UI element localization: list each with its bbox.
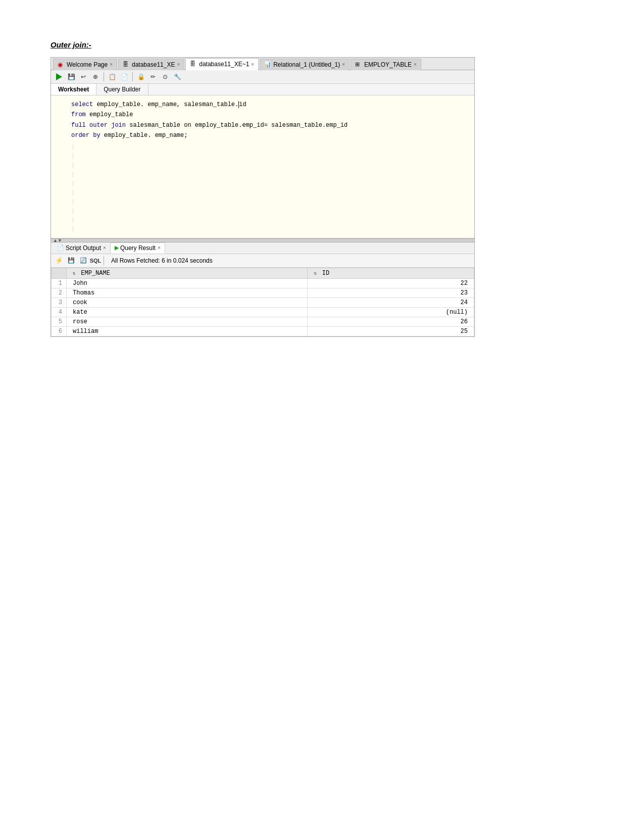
- result-run-button[interactable]: ⚡: [54, 256, 64, 266]
- query-builder-tab[interactable]: Query Builder: [96, 84, 148, 95]
- tab-bar: ◉ Welcome Page × 🗄 database11_XE × 🗄 dat…: [51, 58, 474, 70]
- ide-window: ◉ Welcome Page × 🗄 database11_XE × 🗄 dat…: [51, 57, 475, 337]
- cell-empname: rose: [67, 317, 308, 326]
- query-result-icon: ▶: [115, 244, 119, 251]
- table-row: 5rose26: [52, 317, 474, 326]
- tab-welcome-label: Welcome Page: [67, 61, 108, 68]
- welcome-icon: ◉: [58, 61, 65, 68]
- cell-empname: Thomas: [67, 288, 308, 298]
- paste-icon: 📄: [121, 73, 128, 80]
- lock-button[interactable]: 🔒: [136, 72, 146, 82]
- tab-relational-label: Relational_1 (Untitled_1): [273, 61, 340, 68]
- tab-db11xe[interactable]: 🗄 database11_XE ×: [118, 59, 184, 70]
- cell-empname: cook: [67, 298, 308, 307]
- sql-line-4: order by employ_table. emp_name;: [71, 130, 470, 140]
- result-table: ⇅ EMP_NAME ⇅ ID 1John222Thomas233cook244…: [51, 268, 474, 336]
- toolbar-sep1: [104, 72, 104, 81]
- save-button[interactable]: 💾: [66, 72, 76, 82]
- tab-relational-close[interactable]: ×: [342, 62, 345, 67]
- result-save-button[interactable]: 💾: [66, 256, 76, 266]
- cell-id: 24: [308, 298, 474, 307]
- tab-welcome-close[interactable]: ×: [110, 62, 113, 67]
- tab-employ[interactable]: ⊞ EMPLOY_TABLE ×: [351, 59, 421, 70]
- result-refresh-icon: 🔄: [80, 257, 87, 264]
- result-table-wrap: ⇅ EMP_NAME ⇅ ID 1John222Thomas233cook244…: [51, 268, 474, 336]
- tab-db11xe-close[interactable]: ×: [177, 62, 180, 67]
- tab-employ-label: EMPLOY_TABLE: [364, 61, 412, 68]
- relational-icon: 📊: [264, 61, 271, 68]
- cell-empname: william: [67, 326, 308, 336]
- run-button[interactable]: [54, 72, 64, 82]
- query-result-tab[interactable]: ▶ Query Result ×: [110, 242, 165, 254]
- page-title: Outer join:-: [51, 40, 634, 49]
- settings-button[interactable]: ⊙: [160, 72, 170, 82]
- script-output-close[interactable]: ×: [103, 245, 106, 251]
- paste-button[interactable]: 📄: [119, 72, 129, 82]
- cell-id: 22: [308, 278, 474, 288]
- undo-button[interactable]: ↩: [78, 72, 88, 82]
- cell-id: 26: [308, 317, 474, 326]
- cell-rownum: 3: [52, 298, 67, 307]
- result-refresh-button[interactable]: 🔄: [78, 256, 88, 266]
- table-row: 2Thomas23: [52, 288, 474, 298]
- lock-icon: 🔒: [137, 73, 145, 80]
- col-id-label: ID: [322, 270, 329, 277]
- edit-button[interactable]: ✏: [148, 72, 158, 82]
- script-output-tab[interactable]: 📄 Script Output ×: [53, 243, 110, 253]
- result-sql-label: SQL: [90, 258, 102, 264]
- col-header-id[interactable]: ⇅ ID: [308, 268, 474, 278]
- tab-relational[interactable]: 📊 Relational_1 (Untitled_1) ×: [260, 59, 350, 70]
- toolbar-sep2: [132, 72, 133, 81]
- result-save-icon: 💾: [68, 257, 75, 264]
- result-run-icon: ⚡: [55, 257, 63, 264]
- table-icon: ⊞: [355, 61, 362, 68]
- tools-button[interactable]: 🔧: [172, 72, 182, 82]
- tab-db11xe1-close[interactable]: ×: [251, 62, 254, 67]
- tab-employ-close[interactable]: ×: [414, 62, 417, 67]
- table-row: 6william25: [52, 326, 474, 336]
- edit-icon: ✏: [151, 73, 156, 80]
- script-output-label: Script Output: [66, 244, 101, 252]
- add-button[interactable]: ⊕: [90, 72, 101, 82]
- result-toolbar: ⚡ 💾 🔄 SQL All Rows Fetched: 6 in 0.024 s…: [51, 254, 474, 268]
- cell-id: (null): [308, 307, 474, 317]
- cell-rownum: 4: [52, 307, 67, 317]
- cell-rownum: 6: [52, 326, 67, 336]
- script-output-icon: 📄: [57, 244, 64, 251]
- cell-id: 25: [308, 326, 474, 336]
- copy-icon: 📋: [109, 73, 116, 80]
- col-empname-label: EMP_NAME: [81, 270, 110, 277]
- toolbar: 💾 ↩ ⊕ 📋 📄 🔒 ✏ ⊙ 🔧: [51, 70, 474, 84]
- tab-db11xe-label: database11_XE: [132, 61, 175, 68]
- result-sep: [104, 256, 104, 265]
- worksheet-tab[interactable]: Worksheet: [51, 84, 96, 95]
- col-header-empname[interactable]: ⇅ EMP_NAME: [67, 268, 308, 278]
- resize-handle[interactable]: ▲▼: [51, 238, 474, 242]
- sql-line-3: full outer join salesman_table on employ…: [71, 120, 470, 130]
- add-icon: ⊕: [93, 73, 98, 80]
- cell-empname: kate: [67, 307, 308, 317]
- sql-editor[interactable]: select employ_table. emp_name, salesman_…: [51, 95, 474, 238]
- cell-empname: John: [67, 278, 308, 288]
- result-status: All Rows Fetched: 6 in 0.024 seconds: [111, 257, 213, 264]
- id-sort-icon: ⇅: [314, 271, 317, 276]
- table-row: 4kate(null): [52, 307, 474, 317]
- worksheet-tabs: Worksheet Query Builder: [51, 84, 474, 95]
- settings-icon: ⊙: [163, 73, 168, 80]
- col-header-rownum: [52, 268, 67, 278]
- tab-db11xe1[interactable]: 🗄 database11_XE~1 ×: [185, 58, 259, 70]
- bottom-tabs: 📄 Script Output × ▶ Query Result ×: [51, 242, 474, 254]
- result-sql-button[interactable]: SQL: [90, 256, 101, 266]
- tab-db11xe1-label: database11_XE~1: [199, 61, 249, 68]
- db-icon: 🗄: [123, 61, 130, 68]
- cell-rownum: 2: [52, 288, 67, 298]
- sql-line-2: from employ_table: [71, 110, 470, 120]
- db2-icon: 🗄: [190, 61, 197, 68]
- undo-icon: ↩: [81, 73, 86, 80]
- copy-button[interactable]: 📋: [107, 72, 117, 82]
- play-icon: [56, 73, 62, 80]
- query-result-close[interactable]: ×: [158, 245, 161, 251]
- resize-arrows-icon: ▲▼: [53, 238, 62, 243]
- save-icon: 💾: [68, 73, 75, 80]
- tab-welcome[interactable]: ◉ Welcome Page ×: [53, 59, 117, 70]
